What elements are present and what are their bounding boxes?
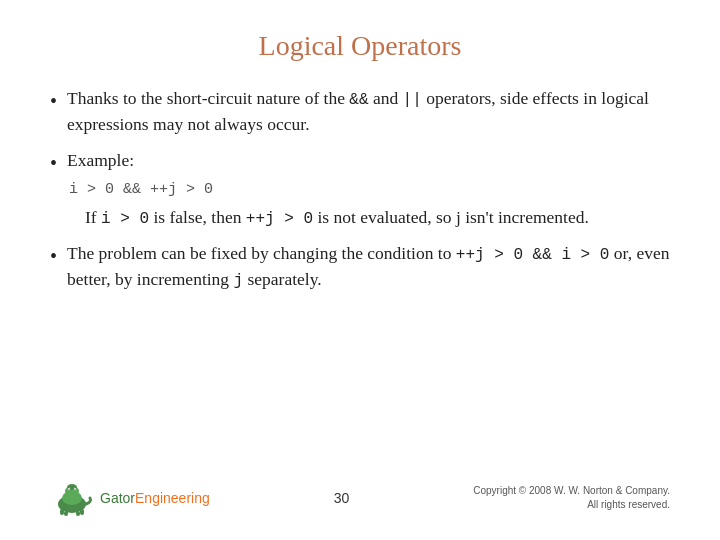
footer-copyright: Copyright © 2008 W. W. Norton & Company.… bbox=[473, 484, 670, 512]
svg-point-7 bbox=[74, 488, 75, 489]
svg-rect-8 bbox=[60, 509, 64, 515]
gator-icon bbox=[50, 476, 94, 520]
logo-engineering-word: Engineering bbox=[135, 490, 210, 506]
copyright-line1: Copyright © 2008 W. W. Norton & Company. bbox=[473, 485, 670, 496]
copyright-line2: All rights reserved. bbox=[587, 499, 670, 510]
svg-rect-11 bbox=[76, 511, 80, 516]
svg-point-5 bbox=[68, 488, 69, 489]
code-ampamp: && bbox=[349, 91, 368, 109]
bullet-text-3: The problem can be fixed by changing the… bbox=[67, 241, 670, 293]
svg-rect-10 bbox=[64, 511, 68, 516]
example-label: Example: bbox=[67, 150, 134, 170]
bullet-dot-1: • bbox=[50, 87, 57, 115]
footer-logo-group: GatorEngineering bbox=[50, 476, 210, 520]
code-plusplus-j: ++j > 0 bbox=[246, 210, 313, 228]
bullet-item-2: • Example: i > 0 && ++j > 0 If i > 0 is … bbox=[50, 148, 670, 231]
bullet-text-1: Thanks to the short-circuit nature of th… bbox=[67, 86, 670, 138]
logo-gator-word: Gator bbox=[100, 490, 135, 506]
bullet-text-2: Example: i > 0 && ++j > 0 If i > 0 is fa… bbox=[67, 148, 670, 231]
code-i-gt-0: i > 0 bbox=[101, 210, 149, 228]
slide-content: • Thanks to the short-circuit nature of … bbox=[50, 86, 670, 470]
svg-rect-9 bbox=[80, 509, 84, 515]
slide: Logical Operators • Thanks to the short-… bbox=[0, 0, 720, 540]
code-fixed-condition: ++j > 0 && i > 0 bbox=[456, 246, 610, 264]
code-pipepipe: || bbox=[403, 91, 422, 109]
footer-page-number: 30 bbox=[334, 490, 350, 506]
code-example-line: i > 0 && ++j > 0 bbox=[67, 179, 670, 201]
example-explanation: If i > 0 is false, then ++j > 0 is not e… bbox=[85, 205, 670, 231]
slide-title: Logical Operators bbox=[50, 30, 670, 62]
slide-footer: GatorEngineering 30 Copyright © 2008 W. … bbox=[50, 470, 670, 520]
footer-logo-text: GatorEngineering bbox=[100, 490, 210, 506]
bullet-dot-3: • bbox=[50, 242, 57, 270]
code-j-var: j bbox=[233, 272, 243, 290]
bullet-item-3: • The problem can be fixed by changing t… bbox=[50, 241, 670, 293]
bullet-dot-2: • bbox=[50, 149, 57, 177]
bullet-item-1: • Thanks to the short-circuit nature of … bbox=[50, 86, 670, 138]
